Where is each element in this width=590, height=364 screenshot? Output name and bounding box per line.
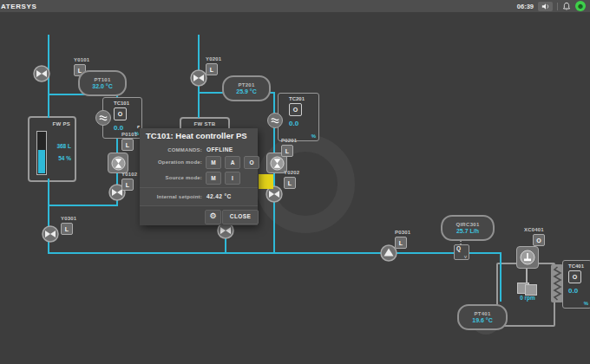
notifications-button[interactable] <box>562 2 571 11</box>
dialog-divider <box>140 187 258 188</box>
scada-screen: ATERSYS 06:39 ☻ FW PS 368 L 54 % FW STB <box>0 0 590 364</box>
tag-y0301: Y0301 L <box>61 216 76 235</box>
setpoint-label: Internal setpoint: <box>147 194 202 199</box>
mode-badge[interactable]: L <box>206 63 218 75</box>
source-internal-button[interactable]: I <box>225 172 240 185</box>
alarm-indicator[interactable] <box>259 174 273 189</box>
agitator-xc0401[interactable] <box>516 246 539 269</box>
commands-label: COMMANDS: <box>147 147 202 153</box>
controller-tc401[interactable]: TC401 O 0.0 % <box>562 260 590 309</box>
source-manual-button[interactable]: M <box>206 172 221 185</box>
mode-badge[interactable]: L <box>121 139 134 151</box>
source-mode-buttons: M I <box>206 172 240 185</box>
valve-y0301[interactable] <box>42 225 59 243</box>
tag-y0102: Y0102 L <box>121 172 137 191</box>
valve-y0201[interactable] <box>190 69 207 87</box>
tag-p0301: P0301 L <box>395 230 410 249</box>
sensor-qirc301[interactable]: QIRC301 25.7 L/h <box>441 215 495 241</box>
device-label: P0301 <box>395 230 410 235</box>
controller-unit: % <box>311 133 316 139</box>
sensor-pt201[interactable]: PT201 25.9 °C <box>222 75 271 101</box>
controller-value: 0.0 <box>568 287 590 295</box>
pump-icon <box>270 156 285 171</box>
source-mode-label: Source mode: <box>147 175 202 180</box>
pid-controller-icon <box>95 110 111 126</box>
pump-icon <box>111 156 126 171</box>
mode-badge[interactable]: L <box>121 179 134 191</box>
pipe-segment <box>500 252 502 302</box>
flow-sensor-q: Q <box>456 245 461 251</box>
dialog-corner-icon: ⌜ <box>137 126 140 133</box>
tank-label: FW STB <box>181 121 228 127</box>
speaker-icon <box>541 3 550 10</box>
controller-mode-button[interactable]: O <box>289 103 302 116</box>
clock: 06:39 <box>517 3 534 10</box>
dialog-title: TC101: Heat controller PS <box>140 128 258 140</box>
valve-y0101[interactable] <box>33 65 50 82</box>
coil-icon <box>552 265 563 302</box>
controller-mode-button[interactable]: O <box>568 270 581 283</box>
tag-p0101: P0101 L <box>121 132 137 151</box>
tank-level-value: 54 % <box>58 155 71 161</box>
tag-y0202: Y0202 L <box>284 170 299 189</box>
operation-mode-label: Operation mode: <box>147 159 202 165</box>
tank-volume-value: 368 L <box>56 143 71 149</box>
brand-logo: ATERSYS <box>1 3 36 10</box>
controller-label: TC401 <box>568 263 590 269</box>
tank-label: FW PS <box>53 121 71 127</box>
sensor-pt101[interactable]: PT101 32.0 °C <box>78 70 127 96</box>
mode-badge[interactable]: L <box>281 145 293 157</box>
close-button[interactable]: CLOSE <box>222 210 259 224</box>
sensor-label: PT101 <box>94 77 110 82</box>
volume-button[interactable] <box>538 2 553 11</box>
mode-badge[interactable]: L <box>395 237 407 249</box>
sensor-value: 25.7 L/h <box>456 228 479 234</box>
sensor-value: 25.9 °C <box>236 88 256 94</box>
valve-icon <box>190 69 207 87</box>
device-label: Y0301 <box>61 216 76 221</box>
controller-label: TC201 <box>289 96 318 101</box>
controller-tc201[interactable]: TC201 O 0.0 % <box>278 93 319 141</box>
bell-icon <box>562 2 571 11</box>
topbar-right: 06:39 ☻ <box>517 1 590 11</box>
sensor-label: QIRC301 <box>456 222 479 227</box>
sensor-value: 32.0 °C <box>92 83 112 89</box>
controller-value: 0.0 <box>289 120 318 127</box>
mode-badge[interactable]: L <box>284 177 296 189</box>
valve-icon <box>42 225 59 243</box>
mode-badge[interactable]: L <box>61 223 73 235</box>
level-gauge-fill <box>38 150 45 173</box>
faceplate-dialog: ⌜ TC101: Heat controller PS COMMANDS: OF… <box>140 128 258 225</box>
tank-fw-ps[interactable]: FW PS 368 L 54 % <box>28 116 76 182</box>
device-label: XC0401 <box>524 227 545 232</box>
controller-mode-button[interactable]: O <box>114 107 127 120</box>
settings-button[interactable]: ⚙ <box>205 210 221 224</box>
sensor-pt401[interactable]: PT401 19.6 °C <box>457 304 508 330</box>
operation-manual-button[interactable]: M <box>206 156 221 169</box>
device-label: Y0201 <box>206 56 221 62</box>
level-gauge <box>36 131 47 175</box>
top-bar: ATERSYS 06:39 ☻ <box>0 0 590 12</box>
user-avatar[interactable]: ☻ <box>575 1 586 11</box>
flow-sensor-v: v <box>464 254 467 259</box>
pid-controller-icon <box>267 113 283 128</box>
flow-sensor-box[interactable]: Q v <box>454 244 469 260</box>
tag-xc0401: XC0401 O <box>524 227 545 246</box>
sensor-value: 19.6 °C <box>472 317 492 323</box>
commands-value: OFFLINE <box>206 146 233 153</box>
device-label: P0201 <box>281 138 297 143</box>
stirrer-speed-value: 0 rpm <box>507 295 548 301</box>
sensor-label: PT401 <box>474 311 490 316</box>
mode-badge[interactable]: O <box>533 234 545 246</box>
gear-icon: ⚙ <box>209 211 216 220</box>
operation-auto-button[interactable]: A <box>225 156 240 169</box>
controller-label: TC101 <box>114 101 141 106</box>
device-label: Y0202 <box>284 170 299 175</box>
tag-p0201: P0201 L <box>281 138 297 157</box>
tag-y0201: Y0201 L <box>206 56 221 75</box>
agitator-icon <box>520 250 535 265</box>
pump-p0101[interactable] <box>108 153 128 173</box>
operation-mode-buttons: M A O <box>206 156 259 169</box>
operation-off-button[interactable]: O <box>244 156 259 169</box>
pipe-segment <box>48 205 118 206</box>
